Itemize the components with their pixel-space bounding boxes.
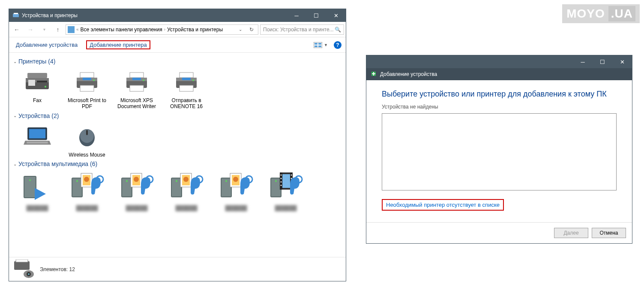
device-list[interactable]: [382, 113, 617, 190]
svg-point-78: [281, 178, 282, 179]
device-mouse[interactable]: Wireless Mouse: [66, 123, 108, 158]
watermark-suffix: .UA: [608, 6, 635, 21]
media-device-2[interactable]: ██████: [66, 171, 108, 211]
svg-rect-93: [372, 73, 375, 74]
svg-point-54: [134, 177, 139, 182]
media-server-icon: [267, 171, 304, 203]
media-label: ██████: [165, 205, 208, 211]
svg-rect-5: [315, 45, 318, 47]
multimedia-items: ██████ ██████: [13, 171, 341, 211]
svg-rect-74: [282, 174, 291, 188]
media-device-4[interactable]: ██████: [165, 171, 208, 211]
svg-rect-10: [37, 81, 47, 82]
dialog-body: Выберите устройство или принтер для доба…: [366, 80, 632, 211]
window-title: Устройства и принтеры: [22, 12, 78, 18]
devices-collection-icon: [13, 260, 36, 279]
address-bar[interactable]: « Все элементы панели управления › Устро…: [66, 24, 258, 35]
media-device-3[interactable]: ██████: [115, 171, 158, 211]
refresh-button[interactable]: ↻: [247, 27, 256, 33]
close-button[interactable]: ✕: [326, 9, 346, 22]
svg-rect-32: [29, 129, 45, 138]
media-device-1[interactable]: ██████: [16, 171, 59, 211]
svg-rect-0: [13, 14, 19, 17]
svg-rect-16: [83, 78, 91, 80]
media-server-icon: [218, 171, 255, 203]
maximize-button[interactable]: ☐: [306, 9, 326, 22]
media-label: ██████: [66, 205, 108, 211]
svg-point-65: [225, 180, 227, 182]
media-device-5[interactable]: ██████: [215, 171, 258, 211]
svg-rect-23: [130, 85, 144, 91]
svg-rect-6: [318, 45, 321, 47]
group-devices-label: Устройства: [18, 112, 50, 119]
svg-point-61: [183, 177, 189, 182]
group-multimedia-count: (6): [90, 160, 97, 167]
add-device-button[interactable]: Добавление устройства: [13, 40, 80, 49]
mouse-icon: [73, 123, 101, 150]
printer-fax[interactable]: Fax: [16, 68, 59, 110]
svg-rect-17: [80, 85, 94, 91]
next-button[interactable]: Далее: [554, 228, 588, 238]
add-printer-button[interactable]: Добавление принтера: [86, 40, 150, 49]
svg-rect-28: [182, 78, 191, 80]
media-server-icon: [69, 171, 105, 203]
svg-rect-36: [86, 130, 88, 135]
device-laptop[interactable]: [16, 123, 59, 158]
help-button[interactable]: ?: [334, 41, 341, 49]
breadcrumb-2[interactable]: Устройства и принтеры: [167, 27, 223, 33]
svg-point-58: [176, 180, 177, 182]
devices-items: Wireless Mouse: [13, 123, 341, 158]
printer-label: Microsoft Print to PDF: [66, 97, 108, 110]
svg-point-30: [192, 79, 194, 81]
search-icon: 🔍: [335, 27, 341, 33]
svg-rect-19: [130, 72, 144, 78]
svg-rect-1: [14, 13, 18, 14]
control-panel-icon: [68, 26, 75, 33]
chevron-down-icon: ⌄: [13, 59, 17, 64]
search-input[interactable]: Поиск: Устройства и принте... 🔍: [260, 24, 344, 35]
fax-icon: [24, 68, 51, 96]
group-header-devices[interactable]: ⌄ Устройства (2): [13, 112, 341, 119]
svg-point-81: [291, 175, 292, 176]
printer-pdf[interactable]: Microsoft Print to PDF: [66, 68, 108, 110]
media-device-6[interactable]: ██████: [264, 171, 307, 211]
svg-rect-87: [16, 260, 28, 262]
svg-rect-13: [80, 72, 94, 78]
svg-point-77: [281, 175, 282, 176]
group-header-printers[interactable]: ⌄ Принтеры (4): [13, 58, 341, 65]
printer-icon: [123, 68, 150, 96]
dialog-titlebar[interactable]: ─ ☐ ✕: [366, 55, 632, 68]
view-options-button[interactable]: ▼: [314, 42, 328, 48]
svg-point-80: [281, 185, 282, 186]
maximize-button[interactable]: ☐: [593, 55, 612, 68]
back-button[interactable]: ←: [11, 24, 23, 36]
dialog-subtitle-bar: Добавление устройства: [366, 68, 632, 80]
svg-rect-3: [315, 43, 318, 45]
svg-point-18: [93, 79, 95, 81]
svg-point-11: [45, 86, 46, 88]
group-printers-label: Принтеры: [18, 58, 46, 65]
svg-rect-25: [180, 72, 193, 78]
close-button[interactable]: ✕: [612, 55, 632, 68]
address-dropdown[interactable]: ⌄: [236, 27, 245, 32]
group-header-multimedia[interactable]: ⌄ Устройства мультимедиа (6): [13, 160, 341, 167]
printer-not-listed-link[interactable]: Необходимый принтер отсутствует в списке: [382, 199, 504, 211]
printer-xps[interactable]: Microsoft XPS Document Writer: [115, 68, 158, 110]
cancel-button[interactable]: Отмена: [592, 228, 626, 238]
svg-rect-86: [14, 261, 30, 270]
recent-dropdown[interactable]: ▾: [38, 24, 50, 36]
titlebar[interactable]: Устройства и принтеры ─ ☐ ✕: [9, 9, 346, 22]
media-server-icon: [19, 171, 56, 203]
minimize-button[interactable]: ─: [573, 55, 593, 68]
status-bar: Элементов: 12: [9, 257, 346, 281]
printer-onenote[interactable]: Отправить в ONENOTE 16: [165, 68, 208, 110]
printer-label: Microsoft XPS Document Writer: [115, 97, 158, 110]
up-button[interactable]: ↑: [52, 24, 64, 36]
minimize-button[interactable]: ─: [287, 9, 306, 22]
printer-icon: [73, 68, 101, 96]
add-device-dialog: ─ ☐ ✕ Добавление устройства Выберите уст…: [366, 55, 632, 244]
forward-button[interactable]: →: [24, 24, 36, 36]
dialog-not-found: Устройства не найдены: [382, 104, 617, 110]
breadcrumb-1[interactable]: Все элементы панели управления: [81, 27, 162, 33]
printer-icon: [173, 68, 200, 96]
